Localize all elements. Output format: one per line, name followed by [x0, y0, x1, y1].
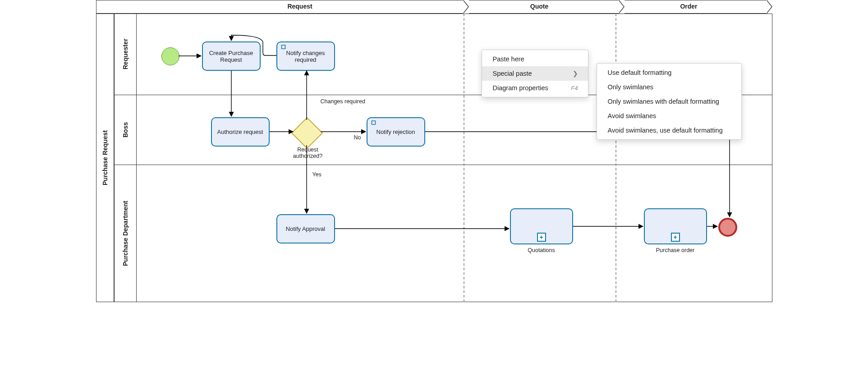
- task-create-purchase-request[interactable]: Create Purchase Request: [202, 41, 261, 71]
- subprocess-purchase-order[interactable]: +: [644, 208, 707, 244]
- pool-border: [96, 14, 772, 302]
- lane-requester-title: Requester: [115, 14, 136, 95]
- task-label: Notify rejection: [377, 129, 415, 135]
- edge-label-yes: Yes: [312, 171, 321, 178]
- plus-icon[interactable]: +: [537, 233, 546, 242]
- submenu-item-avoid-swimlanes[interactable]: Avoid swimlanes: [597, 109, 741, 123]
- menu-item-label: Avoid swimlanes: [608, 112, 657, 119]
- task-notify-rejection[interactable]: Notify rejection: [367, 117, 425, 147]
- task-label: Create Purchase Request: [205, 50, 258, 63]
- menu-item-label: Only swimlanes with default formatting: [608, 98, 719, 105]
- plus-icon[interactable]: +: [671, 233, 680, 242]
- phase-order-title: Order: [620, 3, 758, 10]
- menu-item-label: Diagram properties: [493, 84, 548, 92]
- menu-item-label: Special paste: [493, 70, 532, 77]
- task-label: Authorize request: [217, 129, 263, 135]
- task-notify-changes-required[interactable]: Notify changes required: [276, 41, 335, 71]
- phase-divider-1: [464, 14, 464, 302]
- context-submenu-special-paste[interactable]: Use default formatting Only swimlanes On…: [597, 63, 742, 140]
- menu-item-label: Paste here: [493, 55, 524, 63]
- lane-divider-2: [114, 165, 772, 165]
- submenu-item-use-default-formatting[interactable]: Use default formatting: [597, 65, 741, 80]
- task-notify-approval[interactable]: Notify Approval: [276, 214, 335, 243]
- end-event[interactable]: [718, 218, 737, 237]
- pool-title: Purchase Request: [96, 14, 114, 302]
- menu-item-paste-here[interactable]: Paste here: [482, 52, 588, 66]
- menu-item-special-paste[interactable]: Special paste ❯: [482, 66, 588, 81]
- submenu-item-avoid-swimlanes-default[interactable]: Avoid swimlanes, use default formatting: [597, 123, 741, 138]
- phase-request-title: Request: [137, 3, 464, 10]
- lane-boss-title: Boss: [115, 95, 136, 165]
- menu-item-label: Use default formatting: [608, 69, 672, 76]
- start-event[interactable]: [161, 47, 179, 65]
- menu-item-shortcut: F4: [571, 85, 578, 92]
- chevron-right-icon: ❯: [573, 70, 578, 77]
- context-menu[interactable]: Paste here Special paste ❯ Diagram prope…: [482, 50, 588, 97]
- subprocess-quotations-label: Quotations: [510, 247, 573, 253]
- task-label: Notify Approval: [286, 225, 325, 232]
- script-icon: [280, 44, 287, 53]
- phase-quote-title: Quote: [469, 3, 610, 10]
- lane-purchase-dept-title: Purchase Department: [115, 165, 136, 302]
- script-icon: [370, 120, 377, 129]
- menu-item-diagram-properties[interactable]: Diagram properties F4: [482, 81, 588, 95]
- menu-item-label: Avoid swimlanes, use default formatting: [608, 127, 723, 134]
- edge-label-changes-required: Changes required: [321, 98, 365, 105]
- task-authorize-request[interactable]: Authorize request: [211, 117, 270, 147]
- subprocess-purchase-order-label: Purchase order: [644, 247, 707, 253]
- diagram-canvas[interactable]: Purchase Request Requester Boss Purchase…: [87, 0, 781, 307]
- gateway-label: Request authorized?: [290, 147, 326, 159]
- phase-divider-2: [615, 14, 616, 302]
- submenu-item-only-swimlanes[interactable]: Only swimlanes: [597, 80, 741, 94]
- submenu-item-only-swimlanes-default[interactable]: Only swimlanes with default formatting: [597, 94, 741, 109]
- edge-label-no: No: [354, 134, 361, 141]
- menu-item-label: Only swimlanes: [608, 83, 654, 91]
- subprocess-quotations[interactable]: +: [510, 208, 573, 244]
